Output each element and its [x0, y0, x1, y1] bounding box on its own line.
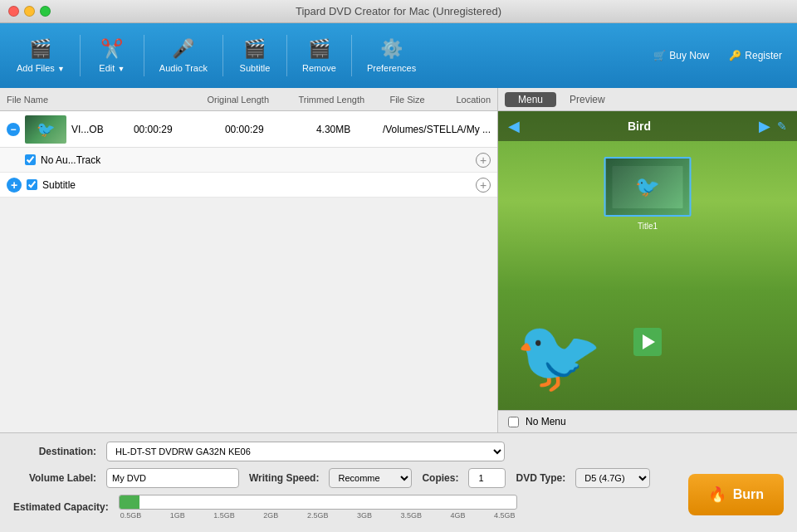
- estimated-capacity-label: Estimated Capacity:: [13, 501, 109, 513]
- menu-thumbnail[interactable]: 🐦: [604, 157, 692, 217]
- audio-track-button[interactable]: 🎤 Audio Track: [151, 33, 216, 78]
- dvd-type-label: DVD Type:: [516, 472, 565, 484]
- add-subtitle-plus-button[interactable]: +: [476, 178, 491, 193]
- register-button[interactable]: 🔑 Register: [722, 46, 789, 65]
- preview-content: ◀ Bird ▶ ✎ 🐦 🐦 Title1: [498, 111, 797, 410]
- title-bar: Tipard DVD Creator for Mac (Unregistered…: [0, 0, 797, 23]
- file-thumbnail: 🐦: [25, 115, 66, 144]
- subtitle-checkbox[interactable]: [27, 179, 37, 190]
- capacity-row: Estimated Capacity: 0.5GB 1GB 1.5GB 2GB …: [13, 495, 784, 520]
- file-list-header: File Name Original Length Trimmed Length…: [0, 88, 497, 111]
- play-button[interactable]: [633, 328, 662, 356]
- no-menu-label: No Menu: [526, 416, 566, 427]
- bottom-bar: Destination: HL-DT-ST DVDRW GA32N KE06 V…: [0, 432, 797, 532]
- col-file-size: File Size: [389, 95, 456, 105]
- buy-now-button[interactable]: 🛒 Buy Now: [647, 46, 716, 65]
- destination-row: Destination: HL-DT-ST DVDRW GA32N KE06: [13, 442, 784, 461]
- preview-nav-bar: ◀ Bird ▶ ✎: [498, 111, 797, 141]
- file-name: VI...OB: [71, 124, 104, 135]
- audio-track-row: No Au...Track +: [0, 148, 497, 173]
- subtitle-label: Subtitle: [240, 63, 271, 73]
- file-list-empty: [0, 198, 497, 432]
- toolbar-separator-2: [144, 35, 144, 76]
- volume-input[interactable]: [106, 468, 239, 488]
- destination-select[interactable]: HL-DT-ST DVDRW GA32N KE06: [106, 442, 505, 461]
- toolbar-separator-3: [222, 35, 223, 76]
- menu-thumbnail-inner: 🐦: [612, 166, 683, 208]
- add-audio-track-button[interactable]: +: [476, 153, 491, 168]
- copies-input[interactable]: [468, 468, 506, 488]
- remove-icon: 🎬: [308, 38, 330, 60]
- audio-track-checkbox[interactable]: [25, 154, 36, 165]
- play-triangle: [643, 334, 655, 349]
- capacity-bar: [119, 495, 517, 510]
- key-icon: 🔑: [729, 50, 741, 61]
- audio-track-name: No Au...Track: [41, 154, 100, 166]
- add-subtitle-button[interactable]: +: [7, 178, 22, 193]
- file-location: /Volumes/STELLA/My ...: [383, 124, 491, 135]
- bird-image: 🐦: [515, 315, 603, 398]
- preview-title: Bird: [628, 120, 651, 133]
- col-original-length: Original Length: [207, 95, 298, 105]
- toolbar-separator-1: [80, 35, 81, 76]
- tab-menu[interactable]: Menu: [505, 92, 556, 107]
- preview-area: Menu Preview ◀ Bird ▶ ✎ 🐦 🐦: [498, 88, 797, 432]
- remove-button[interactable]: 🎬 Remove: [294, 33, 345, 78]
- main-content: File Name Original Length Trimmed Length…: [0, 88, 797, 432]
- burn-icon: 🔥: [708, 486, 726, 504]
- edit-preview-button[interactable]: ✎: [777, 120, 787, 133]
- toolbar-separator-4: [286, 35, 287, 76]
- audio-track-label: Audio Track: [159, 63, 208, 73]
- register-label: Register: [745, 50, 782, 61]
- file-list-area: File Name Original Length Trimmed Length…: [0, 88, 498, 432]
- next-button[interactable]: ▶: [759, 117, 770, 135]
- capacity-bar-fill: [120, 495, 139, 509]
- toolbar-right: 🛒 Buy Now 🔑 Register: [647, 46, 789, 65]
- add-files-button[interactable]: 🎬 Add Files ▼: [8, 33, 73, 78]
- writing-speed-select[interactable]: Recomme: [329, 468, 412, 488]
- no-menu-checkbox[interactable]: [508, 417, 519, 427]
- buy-now-label: Buy Now: [669, 50, 709, 61]
- audio-track-icon: 🎤: [172, 38, 194, 60]
- minimize-button[interactable]: [24, 6, 35, 17]
- capacity-container: 0.5GB 1GB 1.5GB 2GB 2.5GB 3GB 3.5GB 4GB …: [119, 495, 517, 520]
- copies-label: Copies:: [422, 472, 458, 484]
- file-size: 4.30MB: [316, 124, 383, 135]
- prev-button[interactable]: ◀: [508, 117, 520, 135]
- volume-label: Volume Label:: [13, 472, 96, 484]
- burn-button[interactable]: 🔥 Burn: [688, 474, 784, 515]
- remove-file-button[interactable]: −: [7, 123, 20, 136]
- edit-button[interactable]: ✂️ Edit ▼: [87, 33, 137, 78]
- col-file-name: File Name: [7, 95, 207, 105]
- no-menu-bar: No Menu: [498, 410, 797, 432]
- edit-icon: ✂️: [100, 38, 123, 60]
- preview-tabs: Menu Preview: [498, 88, 797, 111]
- tab-preview[interactable]: Preview: [556, 92, 619, 107]
- maximize-button[interactable]: [40, 6, 51, 17]
- edit-label: Edit: [99, 63, 115, 73]
- window-title: Tipard DVD Creator for Mac (Unregistered…: [296, 5, 501, 17]
- table-row: − 🐦 VI...OB 00:00:29 00:00:29 4.30MB /Vo…: [0, 111, 497, 148]
- title1-label: Title1: [638, 222, 658, 231]
- preferences-label: Preferences: [367, 63, 416, 73]
- preferences-icon: ⚙️: [380, 38, 403, 60]
- col-location: Location: [456, 95, 491, 105]
- toolbar-separator-5: [351, 35, 352, 76]
- col-trimmed-length: Trimmed Length: [298, 95, 389, 105]
- add-files-icon: 🎬: [29, 38, 51, 60]
- file-info: − 🐦 VI...OB: [7, 115, 134, 144]
- window-controls: [8, 6, 51, 17]
- file-original-length: 00:00:29: [134, 124, 225, 135]
- settings-row: Volume Label: Writing Speed: Recomme Cop…: [13, 468, 784, 488]
- subtitle-name: Subtitle: [42, 179, 76, 191]
- subtitle-button[interactable]: 🎬 Subtitle: [230, 33, 280, 78]
- file-trimmed-length: 00:00:29: [225, 124, 316, 135]
- close-button[interactable]: [8, 6, 19, 17]
- destination-label: Destination:: [13, 446, 96, 457]
- add-files-label: Add Files: [17, 63, 55, 73]
- capacity-labels: 0.5GB 1GB 1.5GB 2GB 2.5GB 3GB 3.5GB 4GB …: [119, 511, 517, 520]
- subtitle-icon: 🎬: [243, 38, 266, 60]
- toolbar: 🎬 Add Files ▼ ✂️ Edit ▼ 🎤 Audio Track 🎬 …: [0, 23, 797, 88]
- preferences-button[interactable]: ⚙️ Preferences: [359, 33, 424, 78]
- dvd-type-select[interactable]: D5 (4.7G): [575, 468, 650, 488]
